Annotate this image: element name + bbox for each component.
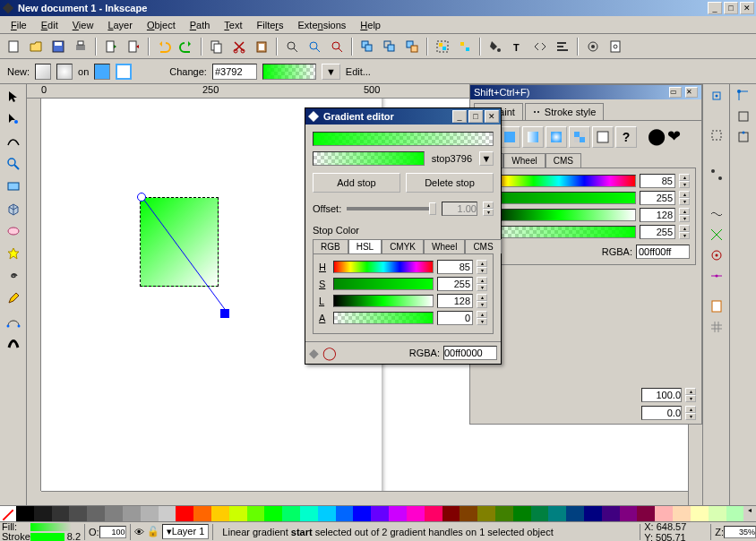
opacity-input[interactable] xyxy=(641,388,682,402)
palette-swatch[interactable] xyxy=(548,506,566,522)
text-tool-button[interactable]: T xyxy=(508,37,528,56)
snap-node-icon[interactable] xyxy=(707,165,726,185)
grad-alpha-input[interactable] xyxy=(437,311,473,325)
print-button[interactable] xyxy=(71,37,90,56)
minimize-button[interactable]: _ xyxy=(708,2,722,14)
fill-rule-evenodd-icon[interactable]: ❤ xyxy=(667,126,681,148)
alpha-input[interactable] xyxy=(640,225,675,239)
palette-swatch[interactable] xyxy=(176,506,193,522)
layer-selector[interactable]: ▾Layer 1 xyxy=(162,524,210,539)
paint-swatch-button[interactable] xyxy=(592,126,614,148)
color-tab-wheel[interactable]: Wheel xyxy=(503,153,545,167)
grad-light-slider[interactable] xyxy=(333,295,434,307)
palette-swatch[interactable] xyxy=(407,506,425,522)
grad-sat-slider[interactable] xyxy=(333,278,434,290)
palette-swatch[interactable] xyxy=(318,506,336,522)
gradient-end-handle[interactable] xyxy=(220,309,229,318)
stop-dropdown-button[interactable]: ▼ xyxy=(479,151,494,166)
offset-slider[interactable] xyxy=(347,207,436,210)
on-stroke-button[interactable] xyxy=(116,64,132,80)
palette-swatch[interactable] xyxy=(300,506,318,522)
palette-swatch[interactable] xyxy=(655,506,673,522)
palette-swatch[interactable] xyxy=(726,506,744,522)
clone-button[interactable] xyxy=(380,37,399,56)
out-of-gamut-icon[interactable]: ◯ xyxy=(322,346,337,360)
palette-swatch[interactable] xyxy=(229,506,247,522)
paste-button[interactable] xyxy=(252,37,271,56)
preferences-button[interactable] xyxy=(583,37,603,56)
palette-swatch[interactable] xyxy=(52,506,70,522)
palette-swatch[interactable] xyxy=(602,506,620,522)
align-button[interactable] xyxy=(553,37,572,56)
grad-tab-rgb[interactable]: RGB xyxy=(313,239,348,253)
menu-layer[interactable]: Layer xyxy=(100,18,140,32)
grad-light-input[interactable] xyxy=(437,294,473,308)
palette-swatch[interactable] xyxy=(16,506,34,522)
edit-gradient-link[interactable]: Edit... xyxy=(346,66,371,77)
scrollbar-horizontal[interactable] xyxy=(41,491,688,505)
grad-tab-cms[interactable]: CMS xyxy=(465,239,501,253)
paint-linear-button[interactable] xyxy=(522,126,544,148)
sat-input[interactable] xyxy=(640,191,675,205)
gradient-start-handle[interactable] xyxy=(137,193,146,202)
menu-object[interactable]: Object xyxy=(140,18,183,32)
doc-props-button[interactable] xyxy=(606,37,625,56)
grad-tab-hsl[interactable]: HSL xyxy=(348,239,382,253)
new-radial-button[interactable] xyxy=(56,64,73,80)
node-tool[interactable] xyxy=(3,108,24,130)
maximize-button[interactable]: □ xyxy=(724,2,738,14)
close-button[interactable]: ✕ xyxy=(740,2,754,14)
grad-tab-cmyk[interactable]: CMYK xyxy=(382,239,424,253)
fill-stroke-button[interactable] xyxy=(485,37,505,56)
open-button[interactable] xyxy=(26,37,46,56)
menu-filters[interactable]: Filters xyxy=(250,18,291,32)
grad-alpha-slider[interactable] xyxy=(333,312,434,324)
snap-center-icon[interactable] xyxy=(707,245,726,265)
group-button[interactable] xyxy=(433,37,452,56)
grad-sat-input[interactable] xyxy=(437,277,473,291)
fill-rule-nonzero-icon[interactable]: ⬤ xyxy=(648,126,666,148)
pencil-tool[interactable] xyxy=(3,288,24,309)
undo-button[interactable] xyxy=(154,37,174,56)
blur-input[interactable] xyxy=(641,406,682,420)
paint-unknown-button[interactable]: ? xyxy=(615,126,637,148)
palette-menu-button[interactable]: ◂ xyxy=(743,506,756,521)
status-stroke-swatch[interactable] xyxy=(30,533,64,541)
grad-hue-slider[interactable] xyxy=(333,261,434,273)
rect-tool[interactable] xyxy=(3,176,24,197)
snap-grid-icon[interactable] xyxy=(707,317,726,337)
menu-extensions[interactable]: Extensions xyxy=(291,18,354,32)
palette-swatch[interactable] xyxy=(495,506,513,522)
cut-button[interactable] xyxy=(229,37,249,56)
palette-swatch[interactable] xyxy=(193,506,211,522)
xml-editor-button[interactable] xyxy=(530,37,550,56)
alpha-slider[interactable] xyxy=(482,226,636,238)
palette-swatch[interactable] xyxy=(531,506,549,522)
import-button[interactable] xyxy=(101,37,121,56)
copy-button[interactable] xyxy=(207,37,227,56)
star-tool[interactable] xyxy=(3,243,24,264)
palette-swatch[interactable] xyxy=(69,506,87,522)
palette-swatch[interactable] xyxy=(105,506,123,522)
palette-swatch[interactable] xyxy=(123,506,141,522)
paint-pattern-button[interactable] xyxy=(569,126,590,148)
color-managed-icon[interactable]: ◆ xyxy=(309,346,319,360)
snap-corner-icon[interactable] xyxy=(734,86,753,106)
color-tab-cms[interactable]: CMS xyxy=(546,153,581,167)
add-stop-button[interactable]: Add stop xyxy=(313,173,400,193)
palette-swatch[interactable] xyxy=(247,506,265,522)
light-slider[interactable] xyxy=(482,209,636,221)
menu-text[interactable]: Text xyxy=(217,18,249,32)
palette-swatch[interactable] xyxy=(425,506,442,522)
palette-swatch[interactable] xyxy=(282,506,300,522)
status-fill-swatch[interactable] xyxy=(30,523,72,531)
menu-view[interactable]: View xyxy=(65,18,101,32)
ellipse-tool[interactable] xyxy=(3,220,24,242)
palette-none-swatch[interactable] xyxy=(0,506,16,522)
snap-edge-icon[interactable] xyxy=(734,107,753,126)
palette-swatch[interactable] xyxy=(637,506,655,522)
snap-edge-mid-icon[interactable] xyxy=(734,127,753,147)
palette-swatch[interactable] xyxy=(513,506,531,522)
hue-input[interactable] xyxy=(640,174,675,188)
snap-page-icon[interactable] xyxy=(707,296,726,316)
